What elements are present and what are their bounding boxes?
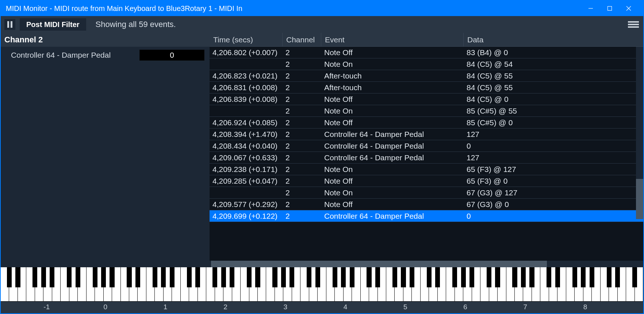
table-row[interactable]: 4,209.067 (+0.633)2Controller 64 - Dampe… bbox=[210, 152, 643, 164]
octave-label: 0 bbox=[104, 303, 108, 311]
column-header-time[interactable]: Time (secs) bbox=[210, 33, 283, 46]
black-key[interactable] bbox=[161, 267, 166, 287]
black-key[interactable] bbox=[469, 267, 474, 287]
channel-header: Channel 2 bbox=[1, 33, 210, 47]
cell-time: 4,208.434 (+0.040) bbox=[210, 140, 283, 152]
black-key[interactable] bbox=[375, 267, 380, 287]
black-key[interactable] bbox=[495, 267, 500, 287]
black-key[interactable] bbox=[341, 267, 346, 287]
black-key[interactable] bbox=[76, 267, 80, 287]
black-key[interactable] bbox=[632, 267, 637, 287]
black-key[interactable] bbox=[452, 267, 457, 287]
table-row[interactable]: 4,206.802 (+0.007)2Note Off83 (B4) @ 0 bbox=[210, 47, 643, 58]
table-row[interactable]: 4,206.839 (+0.008)2Note Off84 (C5) @ 0 bbox=[210, 93, 643, 105]
column-header-channel[interactable]: Channel bbox=[283, 33, 321, 46]
black-key[interactable] bbox=[333, 267, 337, 287]
black-key[interactable] bbox=[315, 267, 320, 287]
black-key[interactable] bbox=[221, 267, 226, 287]
black-key[interactable] bbox=[187, 267, 192, 287]
black-key[interactable] bbox=[401, 267, 406, 287]
black-key[interactable] bbox=[435, 267, 440, 287]
column-header-data[interactable]: Data bbox=[464, 33, 635, 46]
black-key[interactable] bbox=[392, 267, 397, 287]
black-key[interactable] bbox=[487, 267, 491, 287]
black-key[interactable] bbox=[307, 267, 311, 287]
hamburger-icon bbox=[628, 26, 639, 28]
table-row[interactable]: 4,209.285 (+0.047)2Note Off65 (F3) @ 0 bbox=[210, 175, 643, 187]
black-key[interactable] bbox=[427, 267, 432, 287]
black-key[interactable] bbox=[521, 267, 526, 287]
black-key[interactable] bbox=[41, 267, 46, 287]
black-key[interactable] bbox=[32, 267, 37, 287]
vertical-scrollbar-thumb[interactable] bbox=[636, 179, 643, 219]
black-key[interactable] bbox=[255, 267, 260, 287]
black-key[interactable] bbox=[170, 267, 175, 287]
black-key[interactable] bbox=[135, 267, 140, 287]
close-button[interactable] bbox=[619, 1, 638, 16]
cell-data: 83 (B4) @ 0 bbox=[464, 47, 643, 58]
table-row[interactable]: 2Note On84 (C5) @ 54 bbox=[210, 58, 643, 70]
cell-channel: 2 bbox=[283, 82, 321, 93]
table-row[interactable]: 4,209.577 (+0.292)2Note Off67 (G3) @ 0 bbox=[210, 199, 643, 210]
hamburger-menu-button[interactable] bbox=[627, 19, 640, 30]
black-key[interactable] bbox=[367, 267, 371, 287]
table-row[interactable]: 4,209.238 (+0.171)2Note On65 (F3) @ 127 bbox=[210, 164, 643, 175]
black-key[interactable] bbox=[410, 267, 414, 287]
black-key[interactable] bbox=[93, 267, 97, 287]
minimize-button[interactable] bbox=[581, 1, 600, 16]
black-key[interactable] bbox=[461, 267, 466, 287]
cell-data: 127 bbox=[464, 152, 643, 163]
cell-time: 4,206.802 (+0.007) bbox=[210, 47, 283, 58]
black-key[interactable] bbox=[547, 267, 551, 287]
event-table-panel: Time (secs) Channel Event Data 4,206.802… bbox=[210, 33, 643, 267]
horizontal-scrollbar-thumb[interactable] bbox=[211, 261, 547, 267]
filter-mode-button[interactable]: Post MIDI Filter bbox=[20, 18, 86, 31]
table-row[interactable]: 4,208.394 (+1.470)2Controller 64 - Dampe… bbox=[210, 129, 643, 140]
table-row[interactable]: 2Note On85 (C#5) @ 55 bbox=[210, 105, 643, 117]
black-key[interactable] bbox=[153, 267, 157, 287]
black-key[interactable] bbox=[350, 267, 354, 287]
black-key[interactable] bbox=[195, 267, 200, 287]
black-key[interactable] bbox=[50, 267, 54, 287]
black-key[interactable] bbox=[572, 267, 577, 287]
black-key[interactable] bbox=[127, 267, 131, 287]
black-key[interactable] bbox=[555, 267, 560, 287]
piano-keyboard[interactable] bbox=[1, 267, 643, 302]
pause-button[interactable] bbox=[4, 19, 15, 30]
cell-data: 84 (C5) @ 54 bbox=[464, 58, 643, 70]
column-header-event[interactable]: Event bbox=[321, 33, 464, 46]
table-row[interactable]: 4,209.699 (+0.122)2Controller 64 - Dampe… bbox=[210, 210, 643, 222]
table-row[interactable]: 4,206.924 (+0.085)2Note Off85 (C#5) @ 0 bbox=[210, 117, 643, 129]
black-key[interactable] bbox=[272, 267, 277, 287]
black-key[interactable] bbox=[529, 267, 534, 287]
maximize-button[interactable] bbox=[600, 1, 619, 16]
black-key[interactable] bbox=[247, 267, 252, 287]
black-key[interactable] bbox=[67, 267, 72, 287]
black-key[interactable] bbox=[581, 267, 586, 287]
black-key[interactable] bbox=[607, 267, 612, 287]
black-key[interactable] bbox=[512, 267, 517, 287]
black-key[interactable] bbox=[615, 267, 620, 287]
horizontal-scrollbar[interactable] bbox=[210, 261, 643, 267]
cell-event: After-touch bbox=[321, 82, 464, 93]
black-key[interactable] bbox=[290, 267, 294, 287]
black-key[interactable] bbox=[281, 267, 286, 287]
table-row[interactable]: 2Note On67 (G3) @ 127 bbox=[210, 187, 643, 199]
octave-label: 2 bbox=[223, 303, 227, 311]
cell-channel: 2 bbox=[283, 105, 321, 116]
black-key[interactable] bbox=[110, 267, 114, 287]
black-key[interactable] bbox=[230, 267, 234, 287]
hamburger-icon bbox=[628, 21, 639, 23]
table-row[interactable]: 4,206.823 (+0.021)2After-touch84 (C5) @ … bbox=[210, 70, 643, 82]
vertical-scrollbar[interactable] bbox=[636, 47, 643, 219]
table-row[interactable]: 4,208.434 (+0.040)2Controller 64 - Dampe… bbox=[210, 140, 643, 152]
black-key[interactable] bbox=[7, 267, 12, 287]
black-key[interactable] bbox=[15, 267, 20, 287]
cell-event: Controller 64 - Damper Pedal bbox=[321, 210, 464, 222]
table-body[interactable]: 4,206.802 (+0.007)2Note Off83 (B4) @ 02N… bbox=[210, 47, 643, 261]
black-key[interactable] bbox=[590, 267, 594, 287]
table-row[interactable]: 4,206.831 (+0.008)2After-touch84 (C5) @ … bbox=[210, 82, 643, 93]
black-key[interactable] bbox=[212, 267, 217, 287]
cell-data: 84 (C5) @ 55 bbox=[464, 70, 643, 81]
black-key[interactable] bbox=[101, 267, 106, 287]
